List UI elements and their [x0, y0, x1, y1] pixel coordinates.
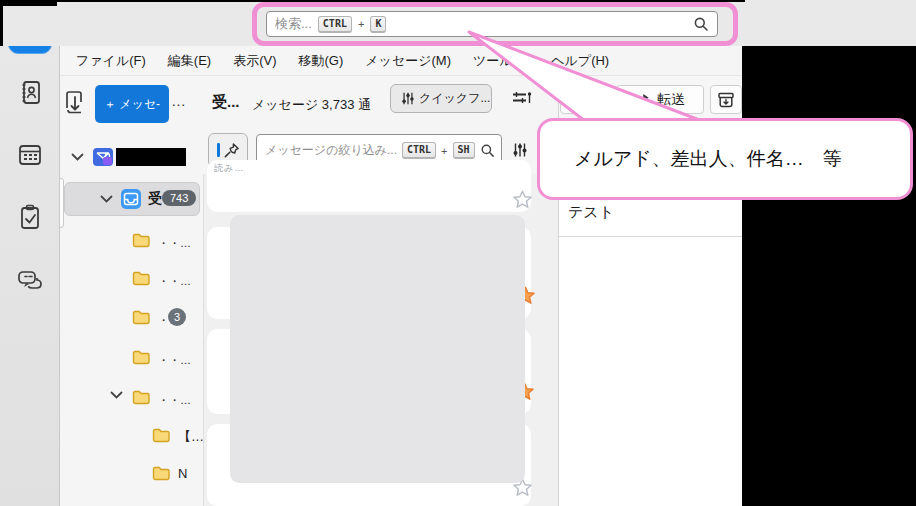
inbox-icon	[120, 188, 142, 210]
kbd-ctrl: CTRL	[318, 16, 352, 33]
folder-icon	[152, 427, 170, 443]
chat-icon	[16, 268, 44, 294]
tasks-icon	[18, 203, 42, 231]
new-message-button[interactable]: ＋ メッセ-	[95, 85, 169, 123]
chat-space-button[interactable]	[17, 266, 43, 296]
addressbook-space-button[interactable]	[17, 78, 43, 108]
callout-text: メルアド、差出人、件名… 等	[574, 146, 842, 172]
chevron-down-icon[interactable]	[71, 152, 84, 162]
message-snippet: 読み…	[214, 162, 244, 175]
kbd-k: K	[370, 16, 386, 33]
account-name-redaction	[116, 148, 186, 166]
kbd-plus: +	[441, 145, 447, 157]
addressbook-icon	[18, 79, 42, 107]
reply-button[interactable]	[560, 85, 604, 114]
archive-button[interactable]	[710, 85, 742, 114]
message-count: メッセージ 3,733 通	[252, 96, 371, 114]
menu-view[interactable]: 表示(V)	[225, 49, 284, 73]
archive-icon	[717, 91, 735, 109]
menu-file[interactable]: ファイル(F)	[68, 49, 154, 73]
window-left-edge	[0, 0, 3, 46]
folder-icon	[132, 232, 150, 248]
menu-tools[interactable]: ツール(T)	[465, 49, 537, 73]
folder-unread-badge: 3	[168, 308, 186, 326]
tasks-space-button[interactable]	[17, 202, 43, 232]
callout-bubble: メルアド、差出人、件名… 等	[537, 118, 913, 200]
message-subject: テスト	[568, 203, 614, 222]
subfolder-row[interactable]: N	[178, 466, 187, 481]
message-list-redaction	[230, 215, 525, 483]
inbox-unread-badge: 743	[162, 190, 196, 206]
kbd-ctrl: CTRL	[402, 142, 436, 159]
window-corner-edge	[0, 0, 57, 6]
kbd-plus: +	[358, 18, 364, 30]
global-search-input[interactable]: 検索... CTRL + K	[266, 11, 718, 37]
menu-message[interactable]: メッセージ(M)	[357, 49, 459, 73]
search-placeholder: 検索...	[275, 15, 312, 33]
kbd-shift: SH	[453, 142, 475, 159]
get-messages-icon[interactable]	[65, 89, 85, 115]
folder-icon	[132, 309, 150, 325]
folder-row[interactable]: ・・…	[158, 236, 191, 251]
unified-toolbar: 検索... CTRL + K	[0, 0, 916, 46]
list-title: 受...	[212, 93, 240, 112]
folder-icon	[152, 465, 170, 481]
folder-pane-more-button[interactable]: …	[171, 92, 191, 114]
quick-filter-label: クイックフ...	[419, 90, 490, 107]
chevron-down-icon[interactable]	[100, 194, 113, 204]
spaces-toolbar	[0, 2, 60, 506]
sliders-icon[interactable]	[512, 142, 528, 158]
window-top-edge	[0, 0, 745, 2]
new-message-label: ＋ メッセ-	[104, 96, 160, 113]
message-row[interactable]	[207, 160, 531, 212]
star-icon[interactable]	[512, 189, 533, 210]
search-icon	[480, 143, 495, 158]
calendar-icon	[17, 142, 43, 168]
folder-icon	[132, 389, 150, 405]
chevron-down-icon[interactable]	[110, 390, 123, 400]
menu-edit[interactable]: 編集(E)	[160, 49, 219, 73]
pin-icon	[223, 142, 240, 159]
forward-icon	[635, 92, 652, 107]
active-indicator	[217, 143, 220, 157]
inbox-label: 受	[148, 190, 162, 208]
folder-row[interactable]: ・・…	[158, 393, 191, 408]
calendar-space-button[interactable]	[17, 140, 43, 170]
folder-icon	[132, 349, 150, 365]
app-window: 検索... CTRL + K	[0, 0, 916, 506]
right-side-redaction	[742, 0, 916, 506]
message-header-divider	[559, 236, 742, 237]
display-options-icon[interactable]	[511, 89, 533, 107]
menu-bar: ファイル(F) 編集(E) 表示(V) 移動(G) メッセージ(M) ツール(T…	[60, 46, 742, 76]
subfolder-row[interactable]: 【…	[178, 428, 204, 446]
menu-help[interactable]: ヘルプ(H)	[543, 49, 617, 73]
sliders-icon	[401, 91, 415, 106]
account-icon	[92, 146, 114, 168]
quick-filter-toggle-button[interactable]: クイックフ...	[390, 84, 492, 113]
search-icon[interactable]	[693, 16, 709, 32]
filter-placeholder: メッセージの絞り込み...	[265, 142, 397, 159]
folder-row[interactable]: ・・…	[158, 353, 191, 368]
folder-icon	[132, 270, 150, 286]
menu-go[interactable]: 移動(G)	[291, 49, 352, 73]
forward-label: 転送	[657, 91, 685, 109]
folder-row[interactable]: ・・…	[158, 274, 191, 289]
forward-button[interactable]: 転送	[616, 85, 704, 114]
